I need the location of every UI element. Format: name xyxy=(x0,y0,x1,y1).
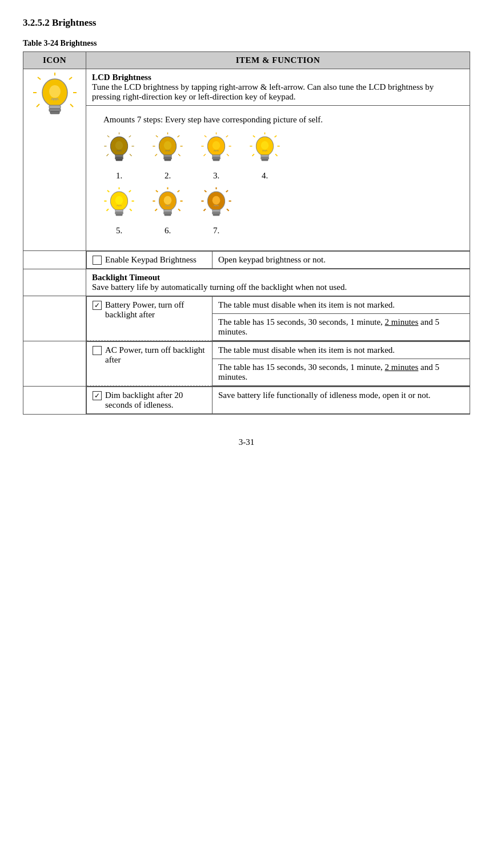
ac-underline: 2 minutes xyxy=(385,363,419,372)
ac-power-cell: AC Power, turn off backlight after The t… xyxy=(86,341,470,387)
svg-line-18 xyxy=(107,154,109,156)
svg-line-14 xyxy=(107,136,109,137)
icon-cell-empty-dim xyxy=(23,387,86,415)
table-row-bulb-steps: Amounts 7 steps: Every step have corresp… xyxy=(23,106,470,251)
keypad-checkbox[interactable] xyxy=(93,256,102,265)
battery-checkbox-text: Battery Power, turn off backlight after xyxy=(105,300,206,320)
battery-inner-table: Battery Power, turn off backlight after … xyxy=(86,296,470,341)
svg-point-83 xyxy=(164,196,172,205)
svg-line-78 xyxy=(155,209,157,210)
dim-desc-cell: Save battery life functionally of idlene… xyxy=(213,387,470,414)
svg-rect-70 xyxy=(116,214,122,216)
bulb-step-3-label: 3. xyxy=(213,171,219,181)
dim-checkbox-label[interactable]: Dim backlight after 20 seconds of idlene… xyxy=(93,391,206,410)
keypad-checkbox-cell: Enable Keypad Brightness xyxy=(87,252,213,269)
page-number: 3-31 xyxy=(23,437,470,447)
ac-checkbox-label[interactable]: AC Power, turn off backlight after xyxy=(93,345,206,365)
svg-point-95 xyxy=(213,196,221,205)
battery-checkbox-label[interactable]: Battery Power, turn off backlight after xyxy=(93,300,206,320)
svg-line-3 xyxy=(69,77,72,79)
dim-checkbox-text: Dim backlight after 20 seconds of idlene… xyxy=(105,391,206,410)
ac-desc2-cell: The table has 15 seconds, 30 seconds, 1 … xyxy=(213,359,470,386)
bulb-step-1: 1. xyxy=(103,132,135,181)
battery-power-cell: Battery Power, turn off backlight after … xyxy=(86,296,470,341)
svg-point-35 xyxy=(164,141,172,150)
table-row-battery-power: Battery Power, turn off backlight after … xyxy=(23,296,470,341)
table-caption: Table 3-24 Brightness xyxy=(23,39,470,48)
keypad-inner-table: Enable Keypad Brightness Open keypad bri… xyxy=(86,251,470,269)
svg-line-38 xyxy=(205,136,206,137)
dim-inner-table: Dim backlight after 20 seconds of idlene… xyxy=(86,387,470,414)
lcd-brightness-title: LCD Brightness xyxy=(92,73,151,82)
keypad-brightness-cell: Enable Keypad Brightness Open keypad bri… xyxy=(86,251,470,269)
icon-cell-empty-ac xyxy=(23,341,86,387)
svg-line-54 xyxy=(252,154,254,156)
svg-line-31 xyxy=(178,154,180,156)
svg-rect-93 xyxy=(213,212,221,214)
keypad-desc-cell: Open keypad brightness or not. xyxy=(213,252,470,269)
ac-checkbox[interactable] xyxy=(93,346,102,355)
bulb-step-7: 7. xyxy=(201,186,232,236)
bulb-step-3: 3. xyxy=(201,132,232,181)
icon-cell-empty-keypad xyxy=(23,251,86,269)
svg-rect-8 xyxy=(49,105,61,109)
svg-line-26 xyxy=(156,136,158,137)
battery-desc2-cell: The table has 15 seconds, 30 seconds, 1 … xyxy=(213,314,470,341)
section-title: 3.2.5.2 Brightness xyxy=(23,17,470,29)
svg-line-63 xyxy=(129,190,131,192)
bulb-step-1-label: 1. xyxy=(116,171,122,181)
svg-line-30 xyxy=(155,154,157,156)
svg-line-19 xyxy=(130,154,131,156)
svg-rect-57 xyxy=(261,157,269,159)
svg-rect-22 xyxy=(116,159,122,161)
svg-rect-46 xyxy=(213,159,219,161)
ac-inner-table: AC Power, turn off backlight after The t… xyxy=(86,341,470,386)
keypad-desc: Open keypad brightness or not. xyxy=(218,255,326,264)
ac-desc1: The table must disable when its item is … xyxy=(218,345,395,355)
bulb-row-1-4: 1. xyxy=(103,132,452,181)
svg-line-42 xyxy=(204,154,206,156)
svg-rect-21 xyxy=(115,157,123,159)
svg-point-47 xyxy=(213,141,221,150)
bulb-steps-cell: Amounts 7 steps: Every step have corresp… xyxy=(86,106,470,251)
svg-line-62 xyxy=(107,190,109,192)
keypad-checkbox-text: Enable Keypad Brightness xyxy=(105,255,197,265)
keypad-checkbox-label[interactable]: Enable Keypad Brightness xyxy=(93,255,206,265)
svg-rect-33 xyxy=(164,157,172,159)
svg-rect-34 xyxy=(165,159,171,161)
battery-checkbox-cell: Battery Power, turn off backlight after xyxy=(87,297,213,341)
icon-cell-empty-backlight xyxy=(23,269,86,296)
svg-line-75 xyxy=(178,190,179,192)
bulb-row-5-7: 5. xyxy=(103,186,452,236)
svg-rect-20 xyxy=(115,155,123,157)
main-table: ICON ITEM & FUNCTION xyxy=(23,51,470,415)
svg-line-27 xyxy=(178,136,179,137)
svg-point-59 xyxy=(261,141,269,150)
svg-point-71 xyxy=(115,196,123,205)
svg-line-43 xyxy=(227,154,229,156)
table-row-lcd-brightness: LCD Brightness Tune the LCD brightness b… xyxy=(23,69,470,106)
bulb-icon-large xyxy=(32,73,78,124)
dim-checkbox[interactable] xyxy=(93,391,102,400)
svg-rect-44 xyxy=(213,155,221,157)
bulb-steps-container: Amounts 7 steps: Every step have corresp… xyxy=(92,109,464,247)
svg-line-15 xyxy=(129,136,131,137)
dim-row: Dim backlight after 20 seconds of idlene… xyxy=(87,387,470,414)
svg-line-55 xyxy=(275,154,277,156)
battery-checkbox[interactable] xyxy=(93,301,102,310)
dim-backlight-cell: Dim backlight after 20 seconds of idlene… xyxy=(86,387,470,415)
svg-rect-32 xyxy=(164,155,172,157)
col-header-icon: ICON xyxy=(23,52,86,69)
svg-line-90 xyxy=(204,209,206,210)
lcd-brightness-desc: Tune the LCD brightness by tapping right… xyxy=(92,82,434,101)
backlight-timeout-title: Backlight Timeout xyxy=(92,273,160,282)
svg-rect-10 xyxy=(50,112,59,114)
svg-rect-9 xyxy=(49,109,61,112)
bulb-step-2: 2. xyxy=(152,132,183,181)
battery-desc1-cell: The table must disable when its item is … xyxy=(213,297,470,314)
bulb-step-7-label: 7. xyxy=(213,226,219,236)
svg-line-6 xyxy=(37,104,39,107)
battery-underline: 2 minutes xyxy=(385,317,419,327)
bulb-step-4: 4. xyxy=(249,132,280,181)
svg-rect-80 xyxy=(164,210,172,212)
